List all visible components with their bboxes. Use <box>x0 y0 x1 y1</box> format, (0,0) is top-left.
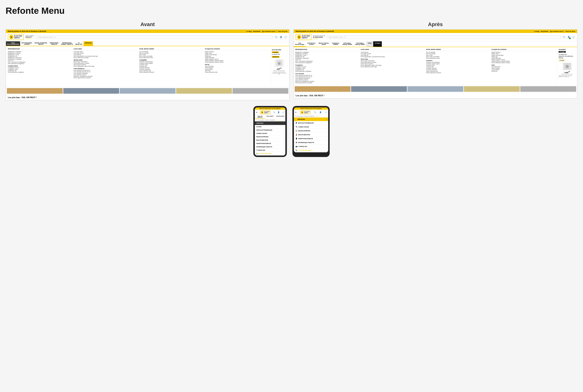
mobile-tab-produits[interactable]: TOUS LESPRODUITS <box>255 115 265 119</box>
mobile-search-icon[interactable]: 🔍 <box>273 111 275 113</box>
mobile-expanded-search-icon[interactable]: 🔍 <box>314 111 316 113</box>
mobile-expanded-close-icon[interactable]: ✕ <box>295 111 297 114</box>
mobile-expanded-screen: Retrait 1h gratuit dans nos 81 magasins … <box>294 108 328 152</box>
apres-nav-item-2[interactable]: Maison, Entretien,Beauté <box>317 41 331 47</box>
mobile-menu-arrivages[interactable]: ARRIVAGES › <box>255 122 285 125</box>
mobile-store-info: 📍 Votre magasin : FACHES-THUMESNIL Chang… <box>255 119 285 122</box>
apres-label: Après <box>293 22 578 27</box>
mobile-menu-informatique[interactable]: INFORMATIQUE TABLETTE › <box>255 145 285 148</box>
avant-nav-item-1[interactable]: PETIT-DÉJEUNER,CUISSON <box>20 41 33 46</box>
avant-header: E ELECTRO DEPOT Votre magasin : PROUVY C… <box>6 33 289 41</box>
apres-promo-images <box>294 85 577 93</box>
apres-nav-item-3[interactable]: Smartphone,Mobilité <box>331 41 341 47</box>
mobile-expanded-gros-em[interactable]: 🖥GROS ÉLECTROMÉNAGER › <box>294 121 328 125</box>
apres-nav-item-0[interactable]: GrosÉlectroménager <box>294 41 306 47</box>
mobile-expanded-logo-icon: E <box>301 111 304 114</box>
mobile-menu-gros-em[interactable]: GROS ÉLECTROMÉNAGER › <box>255 128 285 132</box>
mobile-expanded-smartphone[interactable]: 📱SMARTPHONE MOBILITÉ › <box>294 137 328 140</box>
svg-point-5 <box>566 65 568 68</box>
avant-nav-item-arrivals[interactable]: ARRIVAGES <box>83 41 93 46</box>
avant-nav: GROSÉLECTROMÉNAGER PETIT-DÉJEUNER,CUISSO… <box>6 41 289 46</box>
mobile-cart-icon[interactable]: 🛒 <box>282 111 284 113</box>
mobile-menu-maison[interactable]: MAISON ENTRETIEN › <box>255 135 285 138</box>
apres-search-icon[interactable]: 🔍 <box>562 36 566 39</box>
apres-nav-item-4[interactable]: Informatique,Gaming, Tablette <box>341 41 354 47</box>
svg-point-2 <box>278 62 280 64</box>
apres-nav-item-soldes[interactable]: Soldes <box>366 41 373 47</box>
apres-mega-menu: Réfrigérateur Réfrigérateur congélateur … <box>294 47 577 85</box>
mobile-menu-tour-magasins[interactable]: 🏪 TOUR NOS MAGASINS › <box>255 152 285 156</box>
mobile-tab-compte[interactable]: MON COMPTE <box>265 115 275 119</box>
mobile-expanded-user-icon[interactable]: 👤 <box>319 111 321 113</box>
mobile-expanded-store: 📍 Votre magasin : FACHES-THUMESNIL Chang… <box>294 115 328 118</box>
apres-col-four: Four, Micro-ondes Four encastrable Mini … <box>426 48 491 84</box>
avant-logo: E ELECTRO DEPOT <box>8 34 24 40</box>
avant-mockup: Retrait gratuit en drive 5H et livraison… <box>5 29 290 100</box>
apres-promo-bar: Retrait gratuit en drive 5H et livraison… <box>294 30 577 33</box>
avant-nav-item-5[interactable]: TVIMAGE SON <box>74 41 83 46</box>
search-icon[interactable]: 🔍 <box>274 36 278 39</box>
mobile-expanded-beaute[interactable]: 💄BEAUTÉ BIEN-ÊTRE › <box>294 133 328 137</box>
mobile-header: ✕ E ELECTRODEPOT 🔍 👤 🛒 <box>255 110 285 115</box>
product-image <box>275 59 284 67</box>
apres-product-image <box>563 63 572 70</box>
mobile-close-icon[interactable]: ✕ <box>256 111 257 114</box>
mobile-logo-icon: E <box>261 111 264 114</box>
mobile-menu-mockup: Retrait 1h gratuit dans nos 81 magasins … <box>253 106 287 157</box>
avant-nav-item-4[interactable]: INFORMATIQUE,GAMING, TABLETTE <box>60 41 74 46</box>
mobile-expanded-cuisine[interactable]: 🍳CUISINE CUISSON › <box>294 125 328 129</box>
avant-nav-item-3[interactable]: SMARTPHONE,MOBILITÉ <box>48 41 60 46</box>
apres-search-bar[interactable]: Frigo, Machine à laver, TV... <box>327 36 561 39</box>
mobile-tab-magasins[interactable]: NOS MAGASINS <box>275 115 285 119</box>
mobile-menu-beaute[interactable]: BEAUTÉ BIEN-ÊTRE › <box>255 138 285 142</box>
mobile-menu-screen: Retrait 1h gratuit dans nos 81 magasins … <box>255 108 285 156</box>
apres-user-icon[interactable]: 👤 ✓ <box>567 36 570 39</box>
mobile-expanded-tv[interactable]: 📺TV IMAGE SON › <box>294 144 328 148</box>
mobile-expanded-maison[interactable]: 🏠MAISON ENTRETIEN › <box>294 129 328 133</box>
avant-nav-item-2[interactable]: MAISON, ENTRETIEN,BEAUTÉ <box>33 41 48 46</box>
page-title: Refonte Menu <box>5 6 578 16</box>
avant-mega-menu: RÉFRIGÉRATEUR Réfrigérateur congélateur … <box>6 46 289 87</box>
apres-col-lavelinge: Lave-linge Lave-linge top Lave-linge séc… <box>361 48 425 84</box>
mobile-menu-smartphone[interactable]: SMARTPHONE MOBILITÉ › <box>255 142 285 145</box>
mobile-expanded-cart-icon[interactable]: 🛒 <box>325 111 327 113</box>
cart-icon[interactable]: 🛒 <box>284 36 287 39</box>
mobile-expanded-arrivages[interactable]: ⚡ ARRIVAGES › <box>294 118 328 121</box>
avant-nav-item-0[interactable]: GROSÉLECTROMÉNAGER <box>6 41 20 46</box>
apres-logo: E ELECTRO DEPOT <box>296 34 311 40</box>
apres-actus: Actualités Arrivages Le moins cher Appar… <box>557 48 576 84</box>
avant-search-bar[interactable]: Frigo, Machine à laver, TV... <box>36 36 273 39</box>
mobile-expanded-header: ✕ E ELECTRODEPOT 🔍 👤 🛒 <box>294 110 328 115</box>
mobile-menu-accueil[interactable]: ACCUEIL › <box>255 125 285 128</box>
avant-promo-bar: Retrait gratuit en drive 5H et livraison… <box>6 30 289 33</box>
logo-icon: E <box>9 35 13 39</box>
mobile-expanded-promo: Retrait 1h gratuit dans nos 81 magasins <box>294 108 328 110</box>
apres-nav-item-5[interactable]: Informatique,Gaming, Tablette <box>354 41 366 47</box>
logo-text-apres: ELECTRO DEPOT <box>302 35 310 39</box>
mobile-expanded-logo: E ELECTRODEPOT <box>300 110 311 114</box>
apres-header: E ELECTRO DEPOT Choisissez parmi nos 81 … <box>294 33 577 41</box>
check-badge: ✓ <box>569 38 571 39</box>
logo-text: ELECTRO DEPOT <box>14 35 22 39</box>
mobile-user-icon[interactable]: 👤 <box>278 111 280 113</box>
mobile-nav-tabs: TOUS LESPRODUITS MON COMPTE NOS MAGASINS <box>255 115 285 119</box>
mobile-promo-bar: Retrait 1h gratuit dans nos 81 magasins <box>255 108 285 110</box>
avant-bottom-tagline: Les prix bas : OUI, ON PEUT ! <box>6 94 289 100</box>
mobile-menu-cuisine[interactable]: CUISINE CUISSON › <box>255 132 285 135</box>
mobile-expanded-informatique[interactable]: 💻INFORMATIQUE TABLETTE › <box>294 140 328 144</box>
avant-col-four: FOUR, MICRO-ONDES Four encastrable Mini … <box>139 48 203 85</box>
avant-promo-images <box>6 87 289 94</box>
avant-label: Avant <box>5 22 290 27</box>
mobile-expanded-mockup: Retrait 1h gratuit dans nos 81 magasins … <box>292 106 330 157</box>
mobile-menu-tv[interactable]: TV IMAGE SON › <box>255 148 285 152</box>
avant-col-plaque: PLAQUE DE CUISSON Plaque induction Plaqu… <box>205 48 269 85</box>
apres-nav-item-arrivals[interactable]: Arrivages <box>373 41 382 47</box>
apres-mockup: Retrait gratuit en drive 5H et livraison… <box>293 29 578 98</box>
apres-header-icons: 🔍 👤 ✓ 🛒 <box>562 36 575 39</box>
apres-nav-item-1[interactable]: Petit-déjeuner,Cuisson <box>306 41 317 47</box>
avant-header-icons: 🔍 👤 🛒 <box>274 36 287 39</box>
mobile-expanded-tour[interactable]: 🏪TOUR NOS MAGASINS › <box>294 148 328 152</box>
apres-cart-icon[interactable]: 🛒 <box>572 36 575 39</box>
avant-col-refrigerateur: RÉFRIGÉRATEUR Réfrigérateur congélateur … <box>8 48 72 85</box>
user-icon[interactable]: 👤 <box>279 36 283 39</box>
